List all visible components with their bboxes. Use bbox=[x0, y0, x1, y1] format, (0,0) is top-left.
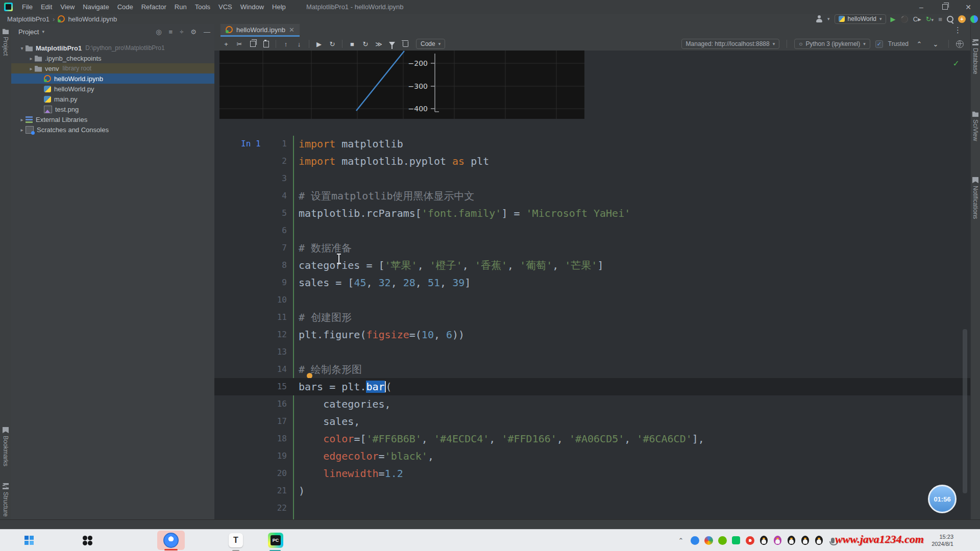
code-line-9[interactable]: 9sales = [45, 32, 28, 51, 39] bbox=[214, 274, 971, 291]
user-account-icon[interactable] bbox=[816, 15, 823, 22]
close-button[interactable]: ✕ bbox=[957, 0, 980, 14]
code-line-22[interactable]: 22 bbox=[214, 499, 971, 517]
code-line-4[interactable]: 4# 设置matplotlib使用黑体显示中文 bbox=[214, 187, 971, 205]
code-line-18[interactable]: 18 color=['#FF6B6B', '#4ECDC4', '#FFD166… bbox=[214, 430, 971, 447]
run-configuration-select[interactable]: helloWorld ▾ bbox=[835, 14, 886, 24]
menu-run[interactable]: Run bbox=[170, 3, 191, 11]
copy-cell-icon[interactable] bbox=[247, 39, 258, 49]
editor-scrollbar[interactable] bbox=[963, 329, 967, 493]
tree-item-helloworld-ipynb[interactable]: helloWorld.ipynb bbox=[11, 73, 214, 84]
tree-item-matplotlibpro1[interactable]: ▾MatplotlibPro1D:\python_pro\MatplotlibP… bbox=[11, 43, 214, 53]
tray-browser-icon[interactable] bbox=[704, 536, 713, 545]
code-line-10[interactable]: 10 bbox=[214, 291, 971, 309]
tray-qq-icon[interactable] bbox=[814, 536, 823, 545]
menu-vcs[interactable]: VCS bbox=[214, 3, 236, 11]
text-app-button[interactable]: T bbox=[228, 532, 244, 548]
open-in-browser-icon[interactable] bbox=[956, 40, 964, 48]
tree-item-test-png[interactable]: test.png bbox=[11, 104, 214, 114]
run-cell-icon[interactable]: ▶ bbox=[313, 39, 325, 49]
breadcrumb-file[interactable]: helloWorld.ipynb bbox=[68, 15, 117, 23]
code-line-2[interactable]: 2import matplotlib.pyplot as plt bbox=[214, 153, 971, 170]
move-cell-down-icon[interactable]: ↓ bbox=[293, 39, 305, 49]
taskbar-clock[interactable]: 15:23 2024/8/1 bbox=[932, 533, 953, 547]
tray-expand-icon[interactable]: ⌃ bbox=[676, 536, 685, 545]
code-line-5[interactable]: 5matplotlib.rcParams['font.family'] = 'M… bbox=[214, 205, 971, 222]
tray-qq-icon[interactable] bbox=[800, 536, 810, 545]
close-tab-icon[interactable]: ✕ bbox=[289, 26, 295, 34]
add-cell-icon[interactable]: + bbox=[220, 39, 232, 49]
code-line-14[interactable]: 14# 绘制条形图 bbox=[214, 361, 971, 378]
tray-wechat-icon[interactable] bbox=[731, 536, 741, 545]
menu-help[interactable]: Help bbox=[268, 3, 290, 11]
menu-file[interactable]: File bbox=[18, 3, 37, 11]
start-button[interactable] bbox=[22, 532, 36, 548]
active-app-button[interactable] bbox=[157, 532, 185, 548]
pycharm-app-button[interactable] bbox=[267, 532, 284, 548]
tool-tab-project[interactable]: Project bbox=[0, 28, 11, 56]
run-all-icon[interactable]: ↻ bbox=[360, 39, 371, 49]
hide-panel-icon[interactable]: — bbox=[204, 28, 210, 36]
tree-item-scratches-and-consoles[interactable]: ▸Scratches and Consoles bbox=[11, 124, 214, 135]
plugin-badge-icon[interactable] bbox=[970, 15, 978, 23]
menu-view[interactable]: View bbox=[56, 3, 79, 11]
code-line-12[interactable]: 12plt.figure(figsize=(10, 6)) bbox=[214, 326, 971, 343]
search-app-button[interactable] bbox=[81, 532, 94, 548]
tray-qq-icon[interactable] bbox=[787, 536, 796, 545]
settings-gear-icon[interactable]: ⚙ bbox=[190, 28, 197, 36]
restart-kernel-icon[interactable]: ↻ bbox=[327, 39, 338, 49]
code-line-15[interactable]: 15bars = plt.bar( bbox=[214, 378, 971, 395]
delete-cell-icon[interactable] bbox=[400, 39, 411, 49]
tab-options-kebab-icon[interactable]: ⋮ bbox=[954, 26, 962, 35]
trusted-checkbox[interactable]: ✓ bbox=[875, 40, 883, 48]
menu-navigate[interactable]: Navigate bbox=[79, 3, 113, 11]
code-line-11[interactable]: 11# 创建图形 bbox=[214, 309, 971, 326]
tree-item--ipynb-checkpoints[interactable]: ▸.ipynb_checkpoints bbox=[11, 53, 214, 63]
expand-all-icon[interactable]: ÷ bbox=[180, 28, 183, 36]
run-all-below-icon[interactable]: ≫ bbox=[373, 39, 384, 49]
code-line-20[interactable]: 20 linewidth=1.2 bbox=[214, 465, 971, 482]
move-cell-up-icon[interactable]: ↑ bbox=[280, 39, 291, 49]
tree-item-venv[interactable]: ▸venvlibrary root bbox=[11, 63, 214, 73]
code-line-13[interactable]: 13 bbox=[214, 343, 971, 361]
paste-cell-icon[interactable] bbox=[260, 39, 272, 49]
run-button[interactable]: ▶ bbox=[891, 15, 896, 23]
cut-cell-icon[interactable]: ✂ bbox=[234, 39, 245, 49]
menu-edit[interactable]: Edit bbox=[37, 3, 56, 11]
stop-button[interactable]: ■ bbox=[938, 15, 942, 23]
tool-tab-database[interactable]: Database bbox=[971, 39, 980, 74]
code-line-21[interactable]: 21) bbox=[214, 482, 971, 499]
locate-file-icon[interactable]: ◎ bbox=[156, 28, 161, 36]
previous-cell-icon[interactable]: ⌃ bbox=[914, 39, 925, 49]
tray-green-app-icon[interactable] bbox=[718, 536, 727, 545]
promotion-icon[interactable]: + bbox=[958, 15, 966, 23]
search-everywhere-icon[interactable] bbox=[947, 16, 953, 22]
minimize-button[interactable]: – bbox=[910, 0, 933, 14]
cell-type-select[interactable]: Code ▾ bbox=[416, 39, 445, 49]
code-line-7[interactable]: 7# 数据准备 bbox=[214, 239, 971, 257]
breadcrumb-project[interactable]: MatplotlibPro1 bbox=[7, 15, 50, 23]
tool-tab-sciview[interactable]: SciView bbox=[971, 111, 980, 141]
menu-code[interactable]: Code bbox=[113, 3, 137, 11]
tool-tab-notifications[interactable]: Notifications bbox=[971, 177, 980, 219]
menu-tools[interactable]: Tools bbox=[191, 3, 214, 11]
tool-tab-structure[interactable]: Structure bbox=[0, 483, 11, 517]
tab-helloworld-ipynb[interactable]: helloWorld.ipynb ✕ bbox=[220, 24, 300, 37]
collapse-all-icon[interactable]: ≡ bbox=[169, 28, 173, 36]
code-line-1[interactable]: In 11import matplotlib bbox=[214, 135, 971, 153]
menu-refactor[interactable]: Refactor bbox=[137, 3, 170, 11]
tray-qq-icon[interactable] bbox=[773, 536, 782, 545]
tree-item-main-py[interactable]: main.py bbox=[11, 94, 214, 104]
tree-item-external-libraries[interactable]: ▸External Libraries bbox=[11, 114, 214, 124]
tray-qq-icon[interactable] bbox=[759, 536, 768, 545]
pycharm-logo-icon[interactable] bbox=[4, 3, 13, 11]
tool-tab-bookmarks[interactable]: Bookmarks bbox=[0, 427, 11, 466]
restore-button[interactable] bbox=[933, 0, 957, 14]
clear-outputs-icon[interactable] bbox=[386, 39, 398, 49]
debug-button[interactable]: ⚫ bbox=[900, 15, 909, 23]
tree-item-helloworld-py[interactable]: helloWorld.py bbox=[11, 84, 214, 94]
project-panel-title[interactable]: Project ▾ bbox=[18, 28, 44, 36]
code-line-8[interactable]: 8categories = ['苹果', '橙子', '香蕉', '葡萄', '… bbox=[214, 257, 971, 274]
next-cell-icon[interactable]: ⌄ bbox=[930, 39, 941, 49]
code-line-3[interactable]: 3 bbox=[214, 170, 971, 187]
tray-red-app-icon[interactable] bbox=[745, 536, 754, 545]
